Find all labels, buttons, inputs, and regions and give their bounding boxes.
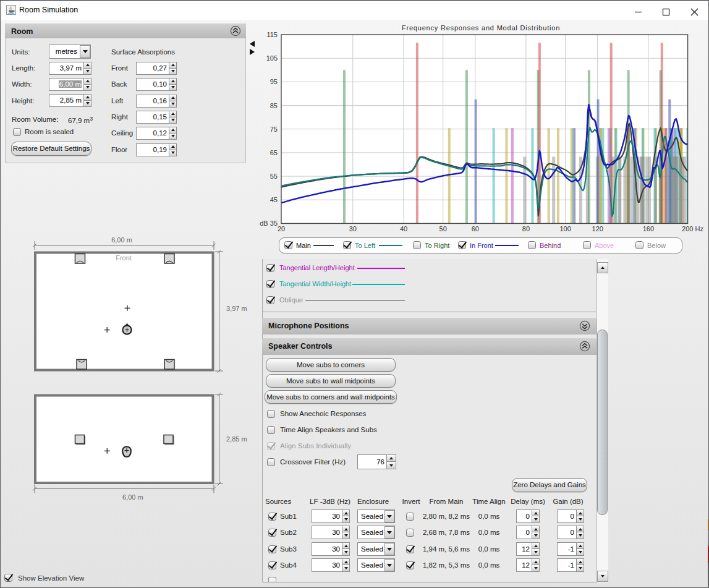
svg-text:50: 50 bbox=[439, 225, 447, 232]
svg-text:65: 65 bbox=[270, 149, 278, 156]
svg-text:2,85 m: 2,85 m bbox=[226, 435, 247, 443]
svg-text:85: 85 bbox=[270, 102, 278, 109]
svg-text:200 Hz: 200 Hz bbox=[682, 225, 703, 232]
svg-text:160: 160 bbox=[643, 225, 654, 232]
svg-text:Front: Front bbox=[116, 254, 132, 262]
svg-text:120: 120 bbox=[592, 225, 603, 232]
svg-text:100: 100 bbox=[559, 225, 571, 232]
svg-text:55: 55 bbox=[270, 173, 278, 180]
svg-text:60: 60 bbox=[472, 225, 479, 232]
svg-text:75: 75 bbox=[270, 126, 278, 133]
svg-text:115: 115 bbox=[266, 31, 278, 38]
svg-text:95: 95 bbox=[270, 78, 278, 85]
svg-text:80: 80 bbox=[522, 225, 530, 232]
svg-text:3,97 m: 3,97 m bbox=[226, 305, 247, 312]
svg-text:45: 45 bbox=[270, 196, 278, 203]
svg-text:Frequency Responses and Modal: Frequency Responses and Modal Distributi… bbox=[402, 24, 560, 32]
svg-text:6,00 m: 6,00 m bbox=[122, 493, 143, 501]
svg-text:20: 20 bbox=[278, 225, 285, 232]
svg-text:40: 40 bbox=[400, 225, 407, 232]
svg-text:6,00 m: 6,00 m bbox=[111, 236, 132, 244]
svg-text:30: 30 bbox=[349, 225, 357, 232]
svg-text:105: 105 bbox=[266, 54, 278, 62]
svg-text:dB 35: dB 35 bbox=[260, 219, 278, 227]
